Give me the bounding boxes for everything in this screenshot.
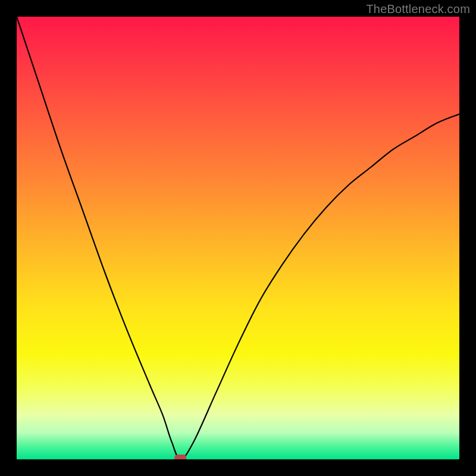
chart-frame: TheBottleneck.com xyxy=(0,0,476,476)
bottleneck-curve xyxy=(17,17,459,459)
watermark-text: TheBottleneck.com xyxy=(366,2,470,16)
plot-area xyxy=(17,17,459,459)
curve-svg xyxy=(17,17,459,459)
optimal-point-marker xyxy=(174,455,186,459)
